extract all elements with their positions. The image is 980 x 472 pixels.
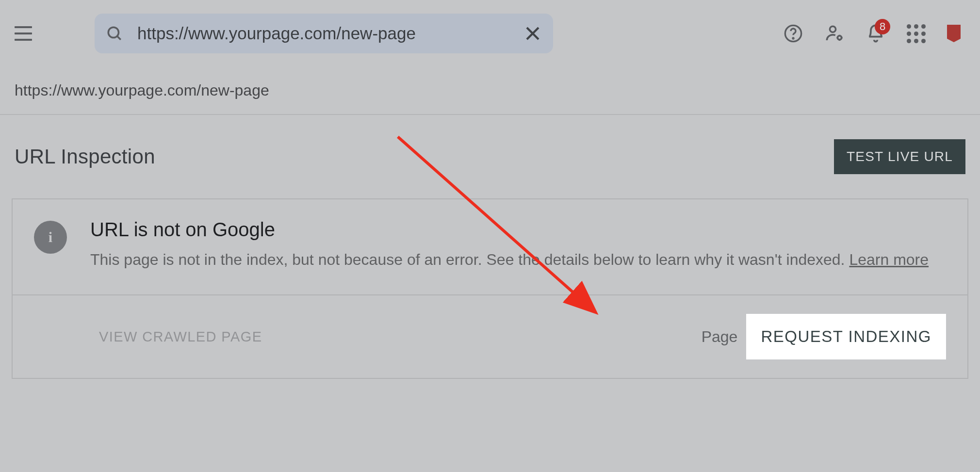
info-icon: i (34, 221, 67, 254)
search-bar (95, 14, 553, 53)
bottom-right-group: Page REQUEST INDEXING (702, 314, 946, 359)
user-settings-icon[interactable] (824, 23, 845, 44)
status-card: i URL is not on Google This page is not … (12, 198, 968, 379)
card-top: i URL is not on Google This page is not … (13, 199, 967, 294)
view-crawled-page-button[interactable]: VIEW CRAWLED PAGE (99, 329, 262, 345)
page-label: Page (702, 328, 738, 346)
card-content: URL is not on Google This page is not in… (90, 219, 929, 270)
status-heading: URL is not on Google (90, 219, 929, 241)
test-live-url-button[interactable]: TEST LIVE URL (834, 139, 965, 174)
svg-point-5 (793, 38, 794, 39)
help-icon[interactable] (784, 24, 803, 43)
apps-grid-icon[interactable] (907, 24, 926, 43)
close-icon[interactable] (524, 25, 541, 42)
url-search-input[interactable] (137, 24, 524, 43)
page-title: URL Inspection (15, 145, 155, 168)
hamburger-menu-icon[interactable] (15, 24, 34, 43)
header-actions: 8 (784, 23, 961, 44)
svg-line-1 (117, 36, 121, 40)
svg-point-6 (830, 26, 835, 32)
inspected-url-text: https://www.yourpage.com/new-page (0, 67, 980, 114)
learn-more-link[interactable]: Learn more (849, 251, 929, 268)
request-indexing-button[interactable]: REQUEST INDEXING (746, 314, 946, 359)
status-description: This page is not in the index, but not b… (90, 249, 929, 270)
status-description-text: This page is not in the index, but not b… (90, 251, 849, 268)
notification-badge: 8 (875, 19, 890, 34)
account-flag-icon[interactable] (947, 25, 961, 42)
notifications-icon[interactable]: 8 (866, 24, 885, 43)
search-icon (106, 25, 123, 42)
svg-point-0 (108, 27, 118, 37)
card-bottom: VIEW CRAWLED PAGE Page REQUEST INDEXING (13, 294, 967, 378)
